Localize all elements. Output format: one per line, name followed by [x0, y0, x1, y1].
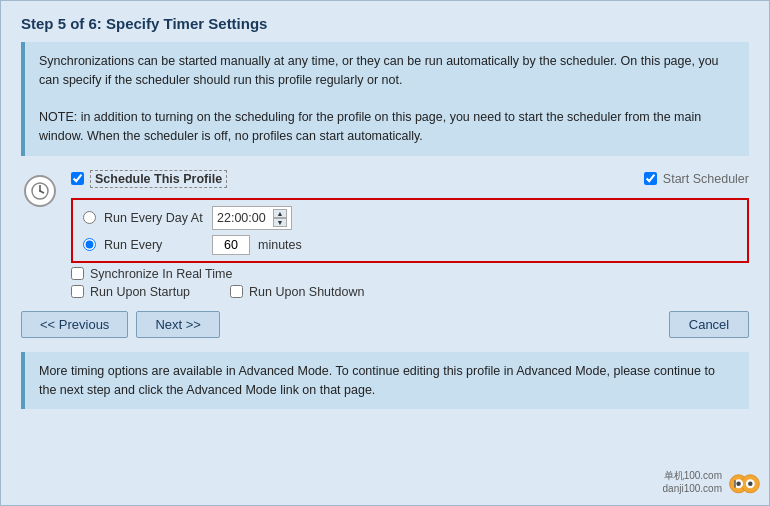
sync-realtime-checkbox[interactable]	[71, 267, 84, 280]
run-startup-label: Run Upon Startup	[90, 285, 190, 299]
clock-icon	[21, 172, 59, 210]
svg-point-8	[736, 482, 741, 487]
run-every-day-row: Run Every Day At 22:00:00 ▲ ▼	[83, 206, 737, 230]
schedule-options: Schedule This Profile Start Scheduler Ru…	[71, 170, 749, 299]
svg-point-3	[39, 190, 41, 192]
bottom-info-box: More timing options are available in Adv…	[21, 352, 749, 410]
start-scheduler-group: Start Scheduler	[644, 172, 749, 186]
run-startup-checkbox[interactable]	[71, 285, 84, 298]
clock-circle	[24, 175, 56, 207]
minutes-label: minutes	[258, 238, 302, 252]
cancel-button[interactable]: Cancel	[669, 311, 749, 338]
page-title: Step 5 of 6: Specify Timer Settings	[21, 15, 749, 32]
next-button[interactable]: Next >>	[136, 311, 220, 338]
schedule-header: Schedule This Profile Start Scheduler	[71, 170, 749, 188]
schedule-row: Schedule This Profile Start Scheduler Ru…	[21, 170, 749, 299]
run-shutdown-checkbox[interactable]	[230, 285, 243, 298]
info-text-2: NOTE: in addition to turning on the sche…	[39, 110, 701, 143]
info-text-1: Synchronizations can be started manually…	[39, 54, 719, 87]
minutes-input[interactable]: 60	[212, 235, 250, 255]
time-spin-down[interactable]: ▼	[273, 218, 287, 227]
timer-options-box: Run Every Day At 22:00:00 ▲ ▼	[71, 198, 749, 263]
watermark-text: 单机100.com danji100.com	[663, 469, 722, 495]
run-shutdown-label: Run Upon Shutdown	[249, 285, 364, 299]
run-every-label: Run Every	[104, 238, 204, 252]
start-scheduler-label: Start Scheduler	[663, 172, 749, 186]
run-shutdown-group: Run Upon Shutdown	[230, 285, 364, 299]
run-every-radio[interactable]	[83, 238, 96, 251]
buttons-row: << Previous Next >> Cancel	[21, 311, 749, 338]
sync-realtime-row: Synchronize In Real Time	[71, 267, 749, 281]
svg-point-9	[748, 482, 753, 487]
run-every-day-radio[interactable]	[83, 211, 96, 224]
time-value-display: 22:00:00	[217, 211, 271, 225]
startup-row: Run Upon Startup Run Upon Shutdown	[71, 285, 749, 299]
bottom-info-text: More timing options are available in Adv…	[39, 364, 715, 397]
schedule-checkbox[interactable]	[71, 172, 84, 185]
previous-button[interactable]: << Previous	[21, 311, 128, 338]
time-spin-up[interactable]: ▲	[273, 209, 287, 218]
watermark-logo	[726, 464, 762, 500]
time-input-box: 22:00:00 ▲ ▼	[212, 206, 292, 230]
sync-realtime-label: Synchronize In Real Time	[90, 267, 232, 281]
time-spin-buttons: ▲ ▼	[273, 209, 287, 227]
watermark: 单机100.com danji100.com	[663, 464, 762, 500]
run-every-row: Run Every 60 minutes	[83, 235, 737, 255]
start-scheduler-checkbox[interactable]	[644, 172, 657, 185]
run-startup-group: Run Upon Startup	[71, 285, 190, 299]
run-every-day-label: Run Every Day At	[104, 211, 204, 225]
schedule-label: Schedule This Profile	[90, 170, 227, 188]
main-section: Schedule This Profile Start Scheduler Ru…	[21, 166, 749, 342]
info-box-top: Synchronizations can be started manually…	[21, 42, 749, 156]
